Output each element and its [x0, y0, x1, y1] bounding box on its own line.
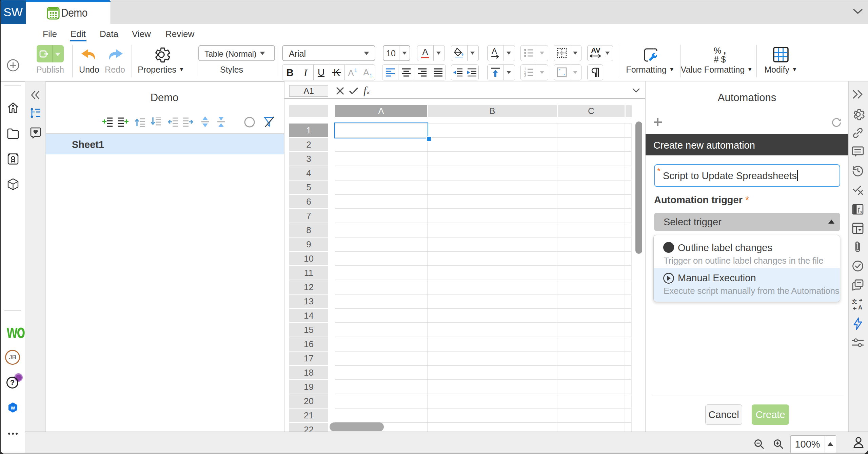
svg-text:x: x — [860, 210, 862, 214]
svg-text:A: A — [858, 304, 862, 310]
svg-text:w: w — [11, 405, 15, 411]
svg-text:1: 1 — [370, 73, 372, 78]
svg-text:A: A — [363, 67, 369, 77]
svg-text:A: A — [348, 68, 354, 78]
svg-text:AV: AV — [591, 47, 600, 54]
svg-text:3: 3 — [524, 74, 526, 78]
svg-text:A: A — [492, 47, 497, 56]
svg-text:1: 1 — [354, 67, 357, 73]
svg-text:文: 文 — [851, 298, 857, 304]
svg-text:A: A — [422, 47, 428, 57]
